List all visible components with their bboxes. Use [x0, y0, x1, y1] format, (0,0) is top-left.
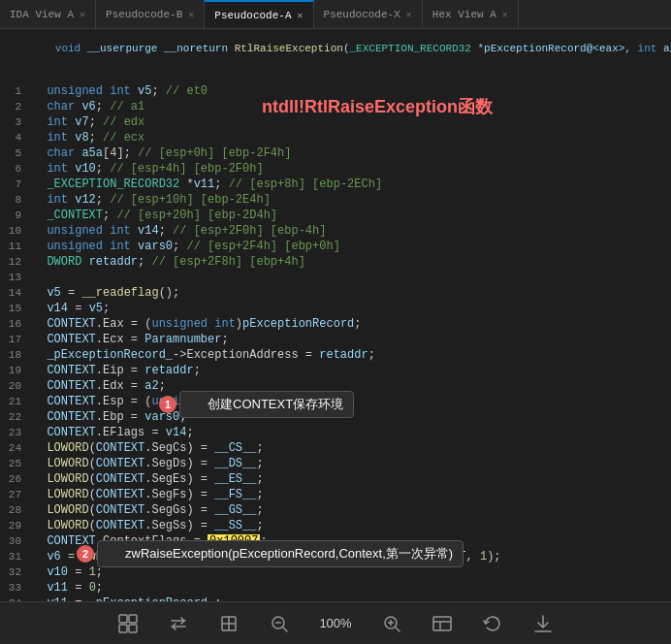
code-container: 1 unsigned int v5; // et0 2 char v6; // … [0, 68, 671, 601]
code-line: 25 LOWORD(CONTEXT.SegDs) = __DS__; [0, 456, 671, 471]
close-icon[interactable]: ✕ [502, 9, 508, 20]
code-line: 26 LOWORD(CONTEXT.SegEs) = __ES__; [0, 471, 671, 487]
code-line: 11 unsigned int vars0; // [esp+2F4h] [eb… [0, 239, 671, 254]
tab-hex-view-a[interactable]: Hex View A ✕ [423, 0, 519, 28]
code-line: 28 LOWORD(CONTEXT.SegGs) = __GS__; [0, 502, 671, 518]
svg-rect-2 [119, 625, 127, 632]
grid-icon[interactable] [117, 613, 139, 634]
tooltip2-text: zwRaiseException(pExceptionRecord,Contex… [125, 546, 453, 561]
header-line: void __userpurge __noreturn RtlRaiseExce… [0, 29, 671, 68]
svg-line-9 [283, 628, 287, 631]
close-icon[interactable]: ✕ [406, 9, 412, 20]
code-line: 9 _CONTEXT; // [esp+20h] [ebp-2D4h] [0, 208, 671, 223]
close-icon[interactable]: ✕ [298, 10, 304, 21]
tooltip1-text: 创建CONTEXT保存环境 [208, 397, 343, 411]
badge-2: 2 [77, 545, 94, 563]
code-line: 14 v5 = __readeflag(); [0, 285, 671, 301]
refresh-icon[interactable] [482, 613, 503, 634]
code-line: 5 char a5a[4]; // [esp+0h] [ebp-2F4h] [0, 145, 671, 161]
main-area: ntdll!RtlRaiseException函数 1 创建CONTEXT保存环… [0, 29, 671, 601]
code-line: 27 LOWORD(CONTEXT.SegFs) = __FS__; [0, 487, 671, 502]
code-line [0, 68, 671, 83]
code-line: 16 CONTEXT.Eax = (unsigned int)pExceptio… [0, 316, 671, 332]
svg-rect-0 [119, 615, 127, 623]
code-line: 7 _EXCEPTION_RECORD32 *v11; // [esp+8h] … [0, 177, 671, 192]
tab-pseudocode-b[interactable]: Pseudocode-B ✕ [96, 0, 205, 28]
code-line: 4 int v8; // ecx [0, 130, 671, 145]
crop-icon[interactable] [218, 613, 240, 634]
code-line: 17 CONTEXT.Ecx = Paramnumber; [0, 332, 671, 347]
svg-line-13 [396, 628, 399, 631]
zoom-level: 100% [319, 616, 351, 630]
editor-wrapper: ntdll!RtlRaiseException函数 1 创建CONTEXT保存环… [0, 29, 671, 601]
code-line: 19 CONTEXT.Eip = retaddr; [0, 363, 671, 378]
tab-pseudocode-a[interactable]: Pseudocode-A ✕ [205, 0, 313, 28]
tab-label: Pseudocode-A [214, 10, 291, 21]
close-icon[interactable]: ✕ [80, 9, 85, 20]
tab-label: Hex View A [432, 9, 496, 20]
close-icon[interactable]: ✕ [188, 9, 194, 20]
tooltip-context-create: 1 创建CONTEXT保存环境 [179, 391, 354, 418]
code-line: 33 v11 = 0; [0, 580, 671, 596]
swap-icon[interactable] [168, 613, 189, 634]
badge-1: 1 [159, 396, 176, 413]
svg-rect-14 [433, 617, 451, 630]
code-line: 23 CONTEXT.EFlags = v14; [0, 425, 671, 440]
tab-label: Pseudocode-X [324, 9, 400, 20]
toolbar: 100% [0, 601, 671, 644]
zoom-in-icon[interactable] [381, 613, 402, 634]
tab-pseudocode-x[interactable]: Pseudocode-X ✕ [314, 0, 423, 28]
tab-label: Pseudocode-B [106, 9, 182, 20]
table-icon[interactable] [431, 613, 453, 634]
code-line: 6 int v10; // [esp+4h] [ebp-2F0h] [0, 161, 671, 177]
tab-bar: IDA View A ✕ Pseudocode-B ✕ Pseudocode-A… [0, 0, 671, 29]
code-line: 29 LOWORD(CONTEXT.SegSs) = __SS__; [0, 518, 671, 533]
tab-label: IDA View A [10, 9, 74, 20]
svg-rect-3 [129, 625, 137, 632]
code-line: 18 _pExceptionRecord_->ExceptionAddress … [0, 347, 671, 363]
code-line: 8 int v12; // [esp+10h] [ebp-2E4h] [0, 192, 671, 208]
code-line: 24 LOWORD(CONTEXT.SegCs) = __CS__; [0, 440, 671, 456]
code-line: 15 v14 = v5; [0, 301, 671, 316]
tab-ida-view-a[interactable]: IDA View A ✕ [0, 0, 96, 28]
zoom-out-icon[interactable] [269, 613, 290, 634]
code-line: 12 DWORD retaddr; // [esp+2F8h] [ebp+4h] [0, 254, 671, 270]
chinese-label: ntdll!RtlRaiseException函数 [262, 95, 493, 118]
svg-rect-1 [129, 615, 137, 623]
download-icon[interactable] [532, 613, 554, 634]
code-line: 10 unsigned int v14; // [esp+2F0h] [ebp-… [0, 223, 671, 239]
code-line: 34 v11 = _pExceptionRecord_; [0, 596, 671, 601]
code-line: 13 [0, 270, 671, 285]
tooltip-zwraise: 2 zwRaiseException(pExceptionRecord,Cont… [97, 540, 463, 567]
